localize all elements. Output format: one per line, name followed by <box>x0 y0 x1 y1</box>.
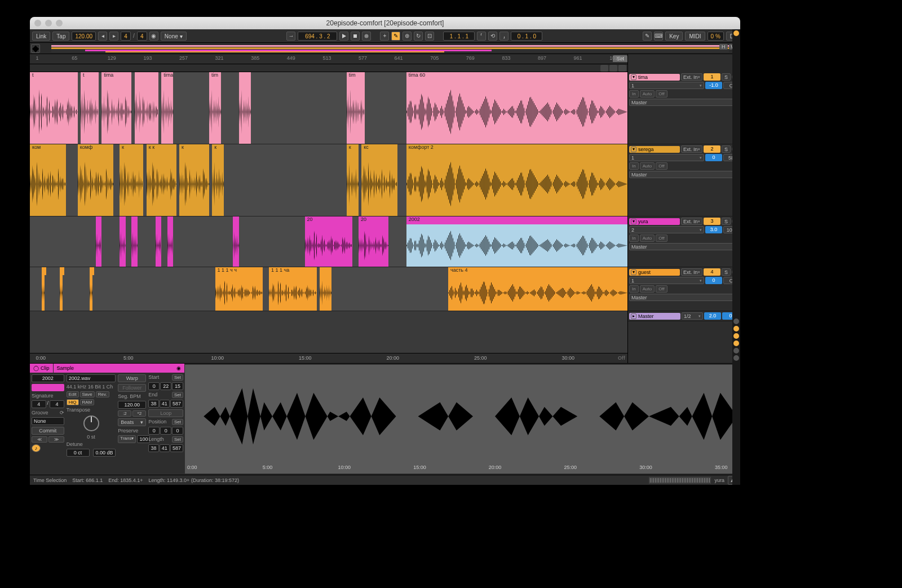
position-set-button[interactable]: Set <box>172 419 183 425</box>
end-16th[interactable]: 587 <box>170 400 183 408</box>
volume-field[interactable]: -1.0 <box>705 82 722 89</box>
end-set-button[interactable]: Set <box>172 392 183 398</box>
audio-clip[interactable]: tim <box>209 72 221 144</box>
time-sig-num[interactable]: 4 <box>121 32 131 41</box>
loop-icon[interactable]: ↻ <box>414 32 423 41</box>
arrangement-position[interactable]: 694 . 3 . 2 <box>298 32 337 41</box>
audio-clip[interactable]: tima <box>161 72 173 144</box>
track-name[interactable]: ▾yura <box>629 218 680 225</box>
overview-strip[interactable] <box>51 45 729 52</box>
returns-section-icon[interactable] <box>733 333 739 339</box>
end-beat[interactable]: 41 <box>160 400 170 408</box>
len-16th[interactable]: 587 <box>170 444 183 452</box>
transients-button[interactable]: Trans▾ <box>118 435 136 443</box>
len-beat[interactable]: 41 <box>160 444 170 452</box>
audio-clip[interactable] <box>233 216 239 267</box>
audio-clip[interactable]: к <box>179 144 209 216</box>
session-record-icon[interactable]: ⊕ <box>403 32 412 41</box>
mini-waveform[interactable] <box>649 477 711 484</box>
input-channel-select[interactable]: 1 <box>629 82 704 89</box>
audio-clip[interactable]: к <box>347 144 359 216</box>
overdub-icon[interactable]: + <box>380 32 389 41</box>
audio-clip[interactable]: 1 1 1 ча <box>269 267 317 311</box>
output-select[interactable]: Master <box>629 171 739 178</box>
audio-clip[interactable] <box>131 216 138 267</box>
nudge-down-icon[interactable]: ◂ <box>98 32 107 41</box>
track-lane[interactable]: 1 1 1 ч ч1 1 1 чачасть 4 <box>30 267 627 311</box>
audio-clip[interactable]: 20 <box>359 216 388 267</box>
groove-select[interactable]: None <box>32 417 64 425</box>
monitor-off-button[interactable]: Off <box>656 90 667 98</box>
audio-clip[interactable] <box>239 72 251 144</box>
ram-button[interactable]: RAM <box>80 399 95 405</box>
monitor-off-button[interactable]: Off <box>656 162 667 170</box>
audio-clip[interactable]: 1 1 1 ч ч <box>215 267 263 311</box>
clip-color-swatch[interactable] <box>32 384 64 391</box>
volume-field[interactable]: 0 <box>705 277 722 284</box>
audio-clip[interactable]: часть 4 <box>448 267 627 311</box>
monitor-in-button[interactable]: In <box>629 235 639 242</box>
pos-beat[interactable]: 0 <box>160 427 171 435</box>
track-number[interactable]: 1 <box>704 73 720 81</box>
audio-clip[interactable]: t <box>81 72 99 144</box>
double-tempo-button[interactable]: *2 <box>132 410 146 417</box>
input-type-select[interactable]: Ext. In <box>681 145 702 153</box>
master-play-icon[interactable]: ▸ <box>631 313 636 319</box>
audio-clip[interactable]: к <box>120 144 143 216</box>
track-lane[interactable]: комкомфкк кккккскомфорт 2 <box>30 144 627 216</box>
audio-clip[interactable]: 2002 <box>406 216 627 267</box>
nudge-up-icon[interactable]: ▸ <box>109 32 118 41</box>
loop-length[interactable]: 0 . 1 . 0 <box>511 32 542 41</box>
track-name[interactable]: ▾serega <box>629 146 680 153</box>
draw-mode-icon[interactable]: ✎ <box>643 32 652 41</box>
edit-button[interactable]: Edit <box>67 391 79 397</box>
loop-start[interactable]: 1 . 1 . 1 <box>443 32 475 41</box>
sample-waveform[interactable]: 0:005:0010:0015:0020:0025:0030:0035:00 <box>185 365 739 474</box>
monitor-auto-button[interactable]: Auto <box>640 162 655 170</box>
sig-num-field[interactable]: 4 <box>32 400 46 408</box>
follower-button[interactable]: Follower <box>118 384 146 392</box>
solo-button[interactable]: S <box>722 268 731 276</box>
start-bar[interactable]: 0 <box>148 382 160 390</box>
commit-button[interactable]: Commit <box>32 427 64 435</box>
clip-activator-icon[interactable]: ♪ <box>32 444 41 452</box>
clip-name-field[interactable]: 2002 <box>32 374 64 382</box>
reverse-button[interactable]: Rev. <box>96 391 109 397</box>
audio-clip[interactable]: tima <box>101 72 131 144</box>
solo-button[interactable]: S <box>722 73 731 81</box>
clip-tab[interactable]: ◯ Clip <box>30 364 54 373</box>
track-fold-icon[interactable]: ▾ <box>631 74 636 80</box>
nudge-right-button[interactable]: ≫ <box>48 436 64 443</box>
audio-clip[interactable]: t <box>30 72 78 144</box>
record-icon[interactable] <box>362 32 371 41</box>
sends-section-icon[interactable] <box>733 326 739 331</box>
back-to-arrangement-icon[interactable] <box>600 65 608 72</box>
metronome-icon[interactable]: ◉ <box>149 32 158 41</box>
sig-den-field[interactable]: 4 <box>50 400 64 408</box>
overview-h-button[interactable]: H <box>719 44 728 50</box>
audio-clip[interactable]: ком <box>30 144 66 216</box>
output-select[interactable]: Master <box>629 99 739 106</box>
start-set-button[interactable]: Set <box>172 374 183 381</box>
track-number[interactable]: 4 <box>704 268 720 276</box>
metronome-select[interactable]: None ▾ <box>161 32 187 41</box>
master-vol[interactable]: 2.0 <box>704 312 721 320</box>
audio-clip[interactable]: комф <box>78 144 114 216</box>
automation-arm-icon[interactable]: ✎ <box>391 32 400 41</box>
output-select[interactable]: Master <box>629 294 739 301</box>
volume-field[interactable]: 3.0 <box>705 226 722 233</box>
audio-clip[interactable]: tima 60 <box>406 72 627 144</box>
len-bar[interactable]: 38 <box>148 444 158 452</box>
audio-clip[interactable] <box>167 216 174 267</box>
input-type-select[interactable]: Ext. In <box>681 268 702 276</box>
start-beat[interactable]: 22 <box>160 382 171 390</box>
warp-mode-select[interactable]: Beats▾ <box>118 418 146 426</box>
follow-icon[interactable]: → <box>286 32 295 41</box>
audio-clip[interactable]: tim <box>347 72 365 144</box>
half-tempo-button[interactable]: :2 <box>118 410 131 417</box>
audio-clip[interactable]: кс <box>361 144 397 216</box>
pos-16th[interactable]: 0 <box>172 427 183 435</box>
audio-clip[interactable] <box>42 267 45 311</box>
detune-field[interactable]: 0 ct <box>67 449 90 457</box>
audio-clip[interactable] <box>135 72 158 144</box>
